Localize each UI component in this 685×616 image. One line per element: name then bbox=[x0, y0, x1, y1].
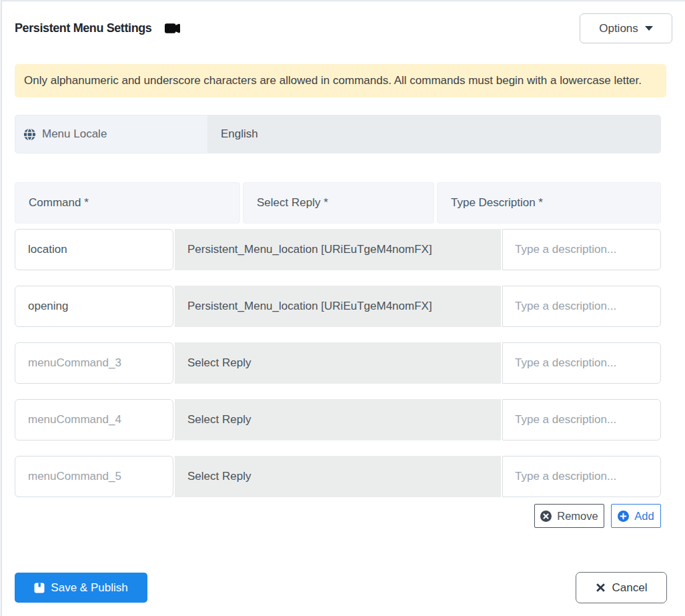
select-reply-dropdown-2[interactable]: Persistent_Menu_location [URiEuTgeM4nomF… bbox=[175, 286, 501, 327]
save-publish-button-label: Save & Publish bbox=[51, 581, 127, 595]
description-input-3[interactable] bbox=[502, 342, 661, 384]
command-row-5: Select Reply bbox=[15, 456, 661, 497]
cancel-button[interactable]: Cancel bbox=[576, 572, 667, 603]
command-input-4[interactable] bbox=[15, 399, 173, 440]
menu-locale-label-text: Menu Locale bbox=[42, 127, 107, 141]
x-circle-icon bbox=[540, 511, 552, 522]
command-row-2: Persistent_Menu_location [URiEuTgeM4nomF… bbox=[15, 286, 661, 327]
save-publish-button[interactable]: Save & Publish bbox=[15, 573, 147, 603]
add-button[interactable]: Add bbox=[611, 504, 661, 528]
plus-circle-icon bbox=[618, 511, 629, 522]
options-button[interactable]: Options bbox=[580, 13, 672, 43]
description-input-4[interactable] bbox=[502, 399, 661, 440]
command-input-2[interactable] bbox=[15, 286, 173, 327]
select-reply-dropdown-1[interactable]: Persistent_Menu_location [URiEuTgeM4nomF… bbox=[175, 229, 501, 270]
menu-locale-group: Menu Locale English bbox=[15, 115, 661, 153]
select-reply-dropdown-5[interactable]: Select Reply bbox=[175, 456, 501, 497]
page-title: Persistent Menu Settings bbox=[15, 21, 180, 36]
warning-alert-text: Only alphanumeric and underscore charact… bbox=[24, 74, 642, 87]
select-reply-dropdown-4[interactable]: Select Reply bbox=[175, 399, 501, 440]
column-header-select-reply: Select Reply * bbox=[243, 182, 434, 224]
column-header-command: Command * bbox=[15, 182, 240, 224]
menu-locale-label: Menu Locale bbox=[15, 115, 208, 153]
column-header-type-description: Type Description * bbox=[437, 182, 661, 224]
warning-alert: Only alphanumeric and underscore charact… bbox=[15, 64, 666, 97]
command-input-3[interactable] bbox=[15, 342, 173, 384]
description-input-1[interactable] bbox=[502, 229, 661, 270]
cancel-button-label: Cancel bbox=[612, 581, 648, 595]
command-input-5[interactable] bbox=[15, 456, 173, 497]
select-reply-dropdown-3[interactable]: Select Reply bbox=[175, 342, 501, 384]
menu-locale-value[interactable]: English bbox=[208, 115, 661, 153]
description-input-5[interactable] bbox=[502, 456, 661, 497]
globe-icon bbox=[23, 128, 36, 141]
add-button-label: Add bbox=[634, 510, 654, 523]
command-rows: Persistent_Menu_location [URiEuTgeM4nomF… bbox=[15, 229, 661, 513]
command-row-4: Select Reply bbox=[15, 399, 661, 440]
persistent-menu-card: Persistent Menu Settings Options Only al… bbox=[1, 1, 685, 616]
remove-button-label: Remove bbox=[557, 510, 598, 523]
command-row-1: Persistent_Menu_location [URiEuTgeM4nomF… bbox=[15, 229, 661, 270]
video-camera-icon bbox=[165, 21, 180, 36]
page-title-text: Persistent Menu Settings bbox=[15, 21, 151, 35]
remove-button[interactable]: Remove bbox=[534, 504, 604, 528]
row-actions: Remove Add bbox=[15, 504, 661, 528]
table-header: Command * Select Reply * Type Descriptio… bbox=[15, 182, 661, 224]
save-icon bbox=[34, 583, 45, 593]
command-row-3: Select Reply bbox=[15, 342, 661, 384]
description-input-2[interactable] bbox=[502, 286, 661, 327]
caret-down-icon bbox=[645, 26, 653, 31]
menu-locale-value-text: English bbox=[221, 127, 258, 141]
options-button-label: Options bbox=[599, 22, 638, 35]
x-icon bbox=[596, 583, 606, 593]
command-input-1[interactable] bbox=[15, 229, 173, 270]
